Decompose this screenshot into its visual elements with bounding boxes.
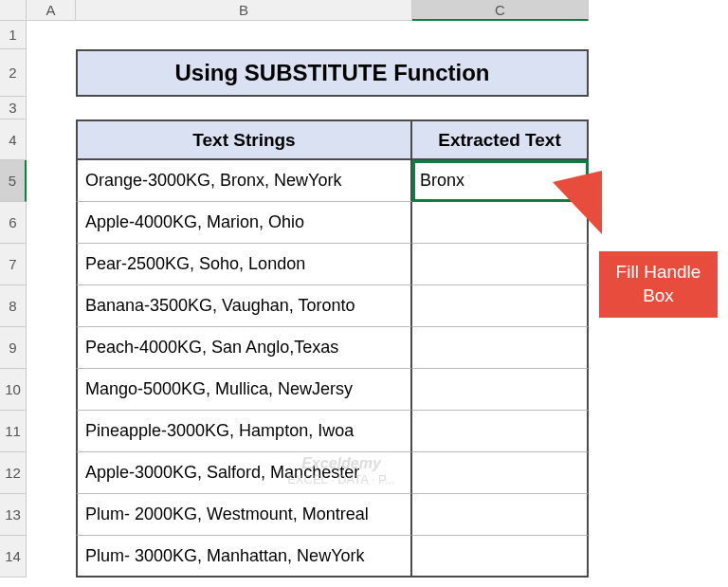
row-header-3[interactable]: 3 bbox=[0, 97, 27, 119]
table-row: Plum- 2000KG, Westmount, Montreal bbox=[76, 494, 589, 536]
table-row: Plum- 3000KG, Manhattan, NewYork bbox=[76, 536, 589, 578]
row-header-1[interactable]: 1 bbox=[0, 21, 27, 49]
cell-B7[interactable]: Pear-2500KG, Soho, London bbox=[76, 244, 412, 285]
row-header-9[interactable]: 9 bbox=[0, 327, 27, 369]
callout-box: Fill Handle Box bbox=[599, 251, 718, 318]
row-header-10[interactable]: 10 bbox=[0, 369, 27, 411]
row-header-11[interactable]: 11 bbox=[0, 411, 27, 452]
cell-C7[interactable] bbox=[412, 244, 589, 285]
cell-C13[interactable] bbox=[412, 494, 589, 536]
cell-B12[interactable]: Apple-3000KG, Salford, Manchester bbox=[76, 452, 412, 494]
row-header-2[interactable]: 2 bbox=[0, 49, 27, 97]
cell-C12[interactable] bbox=[412, 452, 589, 494]
column-headers: A B C bbox=[0, 0, 589, 21]
cell-B11[interactable]: Pineapple-3000KG, Hampton, Iwoa bbox=[76, 411, 412, 452]
cell-C10[interactable] bbox=[412, 369, 589, 411]
cell-B6[interactable]: Apple-4000KG, Marion, Ohio bbox=[76, 202, 412, 244]
table-row: Pineapple-3000KG, Hampton, Iwoa bbox=[76, 411, 589, 452]
row-header-6[interactable]: 6 bbox=[0, 202, 27, 244]
column-header-A[interactable]: A bbox=[27, 0, 76, 21]
row-header-12[interactable]: 12 bbox=[0, 452, 27, 494]
column-header-C[interactable]: C bbox=[412, 0, 589, 21]
table-row: Mango-5000KG, Mullica, NewJersy bbox=[76, 369, 589, 411]
cell-B9[interactable]: Peach-4000KG, San Anglo,Texas bbox=[76, 327, 412, 369]
table-row: Apple-4000KG, Marion, Ohio bbox=[76, 202, 589, 244]
callout-arrow bbox=[553, 171, 602, 234]
select-all-corner[interactable] bbox=[0, 0, 27, 21]
cell-B10[interactable]: Mango-5000KG, Mullica, NewJersy bbox=[76, 369, 412, 411]
spreadsheet-grid: A B C 1 2 3 4 5 6 7 8 9 10 11 12 13 14 U… bbox=[0, 0, 589, 21]
title-cell[interactable]: Using SUBSTITUTE Function bbox=[76, 49, 589, 97]
cell-C8[interactable] bbox=[412, 285, 589, 327]
data-table: Text Strings Extracted Text Orange-3000K… bbox=[76, 119, 589, 578]
row-header-8[interactable]: 8 bbox=[0, 285, 27, 327]
table-header-row: Text Strings Extracted Text bbox=[76, 119, 589, 160]
header-extracted-text[interactable]: Extracted Text bbox=[412, 119, 589, 160]
cell-C11[interactable] bbox=[412, 411, 589, 452]
table-row: Peach-4000KG, San Anglo,Texas bbox=[76, 327, 589, 369]
cell-B8[interactable]: Banana-3500KG, Vaughan, Toronto bbox=[76, 285, 412, 327]
cell-B5[interactable]: Orange-3000KG, Bronx, NewYork bbox=[76, 160, 412, 202]
table-row: Pear-2500KG, Soho, London bbox=[76, 244, 589, 285]
row-header-7[interactable]: 7 bbox=[0, 244, 27, 285]
row-headers: 1 2 3 4 5 6 7 8 9 10 11 12 13 14 bbox=[0, 21, 27, 578]
row-header-4[interactable]: 4 bbox=[0, 119, 27, 160]
cell-C14[interactable] bbox=[412, 536, 589, 578]
column-header-B[interactable]: B bbox=[76, 0, 412, 21]
cell-C9[interactable] bbox=[412, 327, 589, 369]
cell-B13[interactable]: Plum- 2000KG, Westmount, Montreal bbox=[76, 494, 412, 536]
table-row: Banana-3500KG, Vaughan, Toronto bbox=[76, 285, 589, 327]
cell-B14[interactable]: Plum- 3000KG, Manhattan, NewYork bbox=[76, 536, 412, 578]
header-text-strings[interactable]: Text Strings bbox=[76, 119, 412, 160]
row-header-13[interactable]: 13 bbox=[0, 494, 27, 536]
table-row: Orange-3000KG, Bronx, NewYork Bronx bbox=[76, 160, 589, 202]
table-row: Apple-3000KG, Salford, Manchester bbox=[76, 452, 589, 494]
row-header-14[interactable]: 14 bbox=[0, 536, 27, 578]
row-header-5[interactable]: 5 bbox=[0, 160, 27, 202]
